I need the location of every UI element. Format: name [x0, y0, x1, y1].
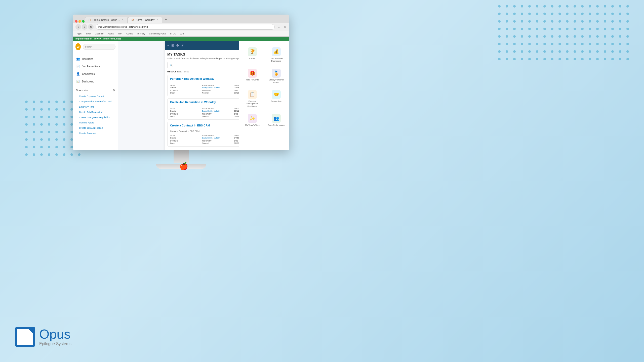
tasks-result: RESULT 13/13 Tasks — [167, 70, 268, 73]
task-1-title[interactable]: Perform Hiring Action in Workday — [170, 77, 259, 80]
task-1-due-field: DUE 07/18/2020 — [234, 89, 265, 94]
tasks-expand-icon[interactable]: ⤢ — [181, 43, 184, 47]
task-3-desc: Create a Contract in EBS CRM — [168, 130, 268, 133]
tasks-header-icons: ≡ ⊞ ⚙ ⤢ — [167, 43, 184, 47]
task-2-status-field: STATUS Open — [170, 113, 201, 117]
browser-tabs: 📋 Project Details - Opus ... ✕ 🏠 Home - … — [73, 15, 289, 23]
task-2-assignees-field: ASSIGNEES Barry Smith - Admin — [202, 108, 233, 112]
shortcut-expense-report[interactable]: Create Expense Report — [73, 94, 118, 99]
main-content: Welcome, Betty Liu (21008) 📢 Announcemen… — [118, 41, 289, 150]
tasks-search-input[interactable] — [167, 62, 260, 68]
close-traffic-light[interactable] — [75, 20, 77, 23]
shortcut-create-evergreen[interactable]: Create Evergreen Requisition — [73, 115, 118, 120]
bookmark-wid[interactable]: Wid — [179, 32, 185, 35]
browser-tab-1[interactable]: 📋 Project Details - Opus ... ✕ — [85, 17, 128, 23]
task-1-meta: TASK Create ASSIGNEES Barry Smith - Admi… — [168, 83, 268, 96]
task-1-header: Perform Hiring Action in Workday ✓ — [168, 75, 268, 83]
shortcut-create-prospect[interactable]: Create Prospect — [73, 130, 118, 136]
user-info: Barry Smith - Admin OPUS ATX — [248, 43, 268, 48]
task-3-priority-field: PRIORITY Normal — [202, 140, 233, 144]
tab1-close[interactable]: ✕ — [121, 18, 124, 21]
candidates-icon: 👤 — [76, 72, 80, 76]
back-button[interactable]: ‹ — [75, 24, 81, 30]
opus-text-container: Opus Epilogue Systems — [39, 328, 71, 346]
bookmark-apps[interactable]: Apps — [75, 32, 83, 35]
tasks-header-bar: ≡ ⊞ ⚙ ⤢ BS Barry Smith - Admin — [165, 41, 270, 50]
opus-main-text: Opus — [39, 328, 71, 341]
sidebar-item-job-requisitions[interactable]: 📄 Job Requisitions — [73, 63, 118, 70]
task-3-due-field: DUE 08/28/2020 — [234, 140, 265, 144]
opus-sub-text: Epilogue Systems — [39, 342, 71, 346]
tasks-filter-button[interactable]: ≡ — [261, 62, 268, 68]
monitor-stand-neck — [174, 150, 189, 163]
monitor-screen: 📋 Project Details - Opus ... ✕ 🏠 Home - … — [73, 15, 289, 150]
tasks-title: MY TASKS — [167, 52, 268, 56]
bookmarks-bar: Apps Inbox Calendar Asana JIRA GDrive Fu… — [73, 31, 289, 36]
apple-stand-logo: 🍎 — [176, 162, 191, 170]
sidebar-item-dashboard[interactable]: 📊 Dashboard — [73, 78, 118, 85]
forward-button[interactable]: › — [82, 24, 87, 30]
tasks-menu-icon[interactable]: ≡ — [167, 43, 169, 47]
sidebar-item-candidates[interactable]: 👤 Candidates — [73, 70, 118, 78]
task-2-assignee-link[interactable]: Barry Smith - Admin — [202, 110, 233, 112]
tab2-favicon: 🏠 — [131, 19, 134, 21]
workday-logo-area: w — [73, 41, 118, 53]
user-name: Barry Smith - Admin — [248, 43, 268, 46]
opus-icon-svg — [15, 327, 35, 347]
bookmark-inbox[interactable]: Inbox — [84, 32, 92, 35]
task-3-status-icon: ✓ — [261, 124, 265, 128]
task-1-created-field: CREATED 07/14/2020 — [234, 84, 265, 89]
bookmark-sfdc[interactable]: SFDC — [169, 32, 177, 35]
tasks-settings-icon[interactable]: ⚙ — [176, 43, 179, 47]
tasks-panel: ≡ ⊞ ⚙ ⤢ BS Barry Smith - Admin — [165, 41, 270, 150]
address-bar[interactable] — [96, 24, 275, 30]
user-avatar: BS — [240, 42, 246, 48]
nav-buttons: ‹ › ↻ — [75, 24, 94, 30]
minimize-traffic-light[interactable] — [78, 20, 81, 23]
task-3-assignee-link[interactable]: Barry Smith - Admin — [202, 137, 233, 139]
bookmark-asana[interactable]: Asana — [106, 32, 115, 35]
task-1-status-field: STATUS Open — [170, 89, 201, 94]
bookmark-fullstory[interactable]: Fullstory — [136, 32, 146, 35]
task-3-assignees-field: ASSIGNEES Barry Smith - Admin — [202, 134, 233, 139]
tasks-body: MY TASKS Select a task from the list bel… — [165, 50, 270, 150]
shortcut-comp-benefits[interactable]: Compensation & Benefits Dash... — [73, 99, 118, 104]
task-1-status-icon: ✓ — [261, 77, 265, 82]
browser-tab-2[interactable]: 🏠 Home - Workday ✕ — [128, 17, 162, 23]
shortcut-enter-time[interactable]: Enter My Time — [73, 104, 118, 109]
bookmark-jira[interactable]: JIRA — [116, 32, 124, 35]
tasks-user-section: BS Barry Smith - Admin OPUS ATX — [240, 42, 268, 48]
new-tab-button[interactable]: + — [163, 16, 169, 23]
bookmark-community[interactable]: Community Portal — [148, 32, 168, 35]
bookmark-gdrive[interactable]: GDrive — [125, 32, 134, 35]
task-2-title[interactable]: Create Job Requisition in Workday — [170, 101, 259, 104]
shortcut-create-job-app[interactable]: Create Job Application — [73, 125, 118, 130]
browser-action-buttons: ☆ ⊕ — [277, 25, 287, 29]
task-3-title[interactable]: Create a Contract in EBS CRM — [170, 124, 259, 127]
task-1-priority-field: PRIORITY Normal — [202, 89, 233, 94]
task-card-1: Perform Hiring Action in Workday ✓ TASK … — [167, 75, 268, 96]
refresh-button[interactable]: ↻ — [88, 24, 94, 30]
tasks-grid-icon[interactable]: ⊞ — [171, 43, 174, 47]
task-1-task-field: TASK Create — [170, 84, 201, 89]
task-card-2: Create Job Requisition in Workday ● TASK… — [167, 98, 268, 120]
opus-icon-container — [15, 327, 35, 347]
task-3-task-field: TASK Create — [170, 134, 201, 139]
bookmark-calendar[interactable]: Calendar — [94, 32, 105, 35]
sidebar-label-dashboard: Dashboard — [82, 80, 94, 83]
task-1-assignee-link[interactable]: Barry Smith - Admin — [202, 86, 233, 89]
shortcut-invite-apply[interactable]: Invite to Apply — [73, 120, 118, 125]
shortcut-create-job-req[interactable]: Create Job Requisition — [73, 109, 118, 115]
decorative-dots-top-right — [493, 0, 644, 75]
star-button[interactable]: ☆ — [277, 25, 281, 29]
shortcuts-gear-icon[interactable]: ⚙ — [112, 89, 115, 92]
extension-button[interactable]: ⊕ — [282, 25, 287, 29]
sidebar-label-job-requisitions: Job Requisitions — [82, 65, 100, 68]
tab2-close[interactable]: ✕ — [156, 18, 159, 21]
sidebar: w 👥 Recruiting 📄 Job Requisitions 👤 — [73, 41, 118, 150]
sidebar-item-recruiting[interactable]: 👥 Recruiting — [73, 55, 118, 63]
maximize-traffic-light[interactable] — [82, 20, 85, 23]
search-input[interactable] — [83, 44, 115, 50]
shortcuts-header: Shortcuts ⚙ — [73, 87, 118, 94]
traffic-lights — [75, 20, 85, 23]
